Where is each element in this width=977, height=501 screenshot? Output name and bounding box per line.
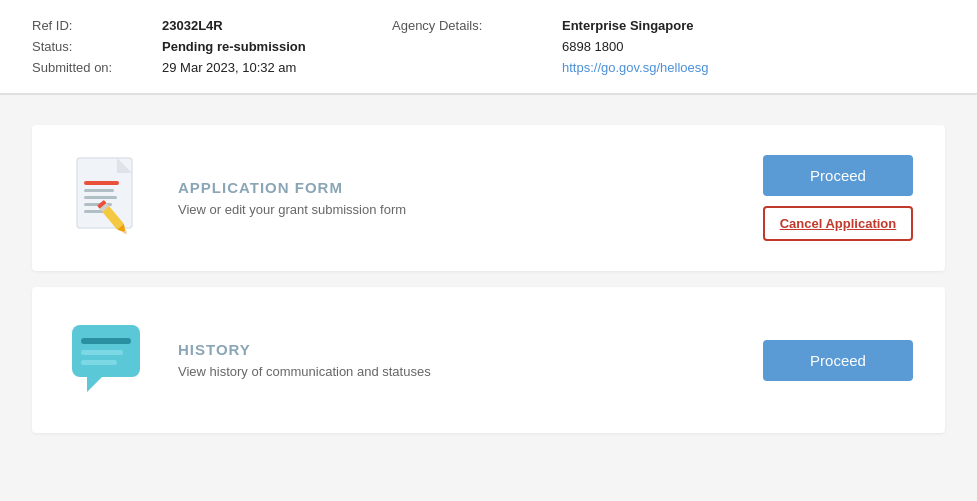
svg-rect-15 <box>81 350 123 355</box>
svg-rect-4 <box>84 196 117 199</box>
agency-name: Enterprise Singapore <box>562 18 945 33</box>
history-proceed-button[interactable]: Proceed <box>763 340 913 381</box>
ref-id-value: 23032L4R <box>162 18 382 33</box>
submitted-value: 29 Mar 2023, 10:32 am <box>162 60 382 75</box>
history-icon <box>64 315 154 405</box>
application-form-card: APPLICATION FORM View or edit your grant… <box>32 125 945 271</box>
application-form-text: APPLICATION FORM View or edit your grant… <box>178 179 739 217</box>
cancel-application-button[interactable]: Cancel Application <box>763 206 913 241</box>
history-desc: View history of communication and status… <box>178 364 739 379</box>
application-form-proceed-button[interactable]: Proceed <box>763 155 913 196</box>
application-form-icon <box>64 153 154 243</box>
svg-rect-3 <box>84 189 114 192</box>
agency-label: Agency Details: <box>392 18 552 33</box>
agency-phone: 6898 1800 <box>562 39 945 54</box>
svg-rect-2 <box>84 181 119 185</box>
content-area: APPLICATION FORM View or edit your grant… <box>0 95 977 495</box>
application-form-desc: View or edit your grant submission form <box>178 202 739 217</box>
application-form-actions: Proceed Cancel Application <box>763 155 913 241</box>
top-panel: Ref ID: 23032L4R Agency Details: Enterpr… <box>0 0 977 95</box>
submitted-label: Submitted on: <box>32 60 152 75</box>
agency-link[interactable]: https://go.gov.sg/helloesg <box>562 60 945 75</box>
application-form-title: APPLICATION FORM <box>178 179 739 196</box>
history-title: HISTORY <box>178 341 739 358</box>
history-actions: Proceed <box>763 340 913 381</box>
history-card: HISTORY View history of communication an… <box>32 287 945 433</box>
svg-marker-13 <box>87 377 102 392</box>
status-label: Status: <box>32 39 152 54</box>
svg-rect-16 <box>81 360 117 365</box>
history-text: HISTORY View history of communication an… <box>178 341 739 379</box>
info-grid: Ref ID: 23032L4R Agency Details: Enterpr… <box>32 18 945 75</box>
status-value: Pending re-submission <box>162 39 382 54</box>
ref-id-label: Ref ID: <box>32 18 152 33</box>
svg-rect-14 <box>81 338 131 344</box>
